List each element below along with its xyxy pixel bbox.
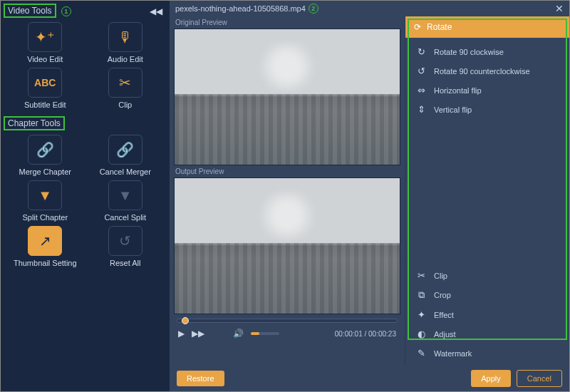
unsplit-icon: ▼ — [118, 187, 133, 204]
collapse-icon[interactable]: ◀◀ — [150, 6, 162, 16]
horizontal-flip[interactable]: ⇔Horizontal flip — [405, 81, 569, 100]
tool-audio-edit[interactable]: 🎙 Audio Edit — [93, 22, 159, 63]
tool-subtitle-edit[interactable]: ABC Subtitle Edit — [12, 68, 78, 109]
reset-icon: ↺ — [119, 232, 131, 249]
tool-label: Reset All — [93, 259, 159, 267]
adjust-icon: ◐ — [415, 329, 427, 339]
mic-icon: 🎙 — [118, 29, 133, 46]
split-icon: ▼ — [38, 187, 52, 204]
scissors-icon: ✂ — [415, 270, 427, 281]
option-label: Vertical flip — [434, 105, 472, 114]
rotate-90-cw[interactable]: ↻Rotate 90 clockwise — [405, 42, 569, 61]
rotate-header-label: Rotate — [427, 22, 452, 32]
play-button[interactable]: ▶ — [178, 329, 185, 339]
chapter-tools-header: Chapter Tools — [4, 116, 65, 130]
wand-icon: ✦⁺ — [35, 29, 55, 46]
annotation-badge-1: 1 — [61, 6, 71, 16]
original-preview — [174, 29, 400, 165]
tool-video-edit[interactable]: ✦⁺ Video Edit — [12, 22, 78, 63]
tool-row-label: Watermark — [434, 349, 472, 358]
time-display: 00:00:01 / 00:00:23 — [335, 330, 396, 338]
sidebar: Video Tools 1 ◀◀ ✦⁺ Video Edit 🎙 Audio E… — [1, 1, 170, 391]
unlink-icon: 🔗 — [116, 141, 134, 158]
volume-icon[interactable]: 🔊 — [233, 329, 244, 339]
effect-icon: ✦ — [415, 309, 427, 320]
original-preview-label: Original Preview — [174, 16, 400, 29]
title-bar: pexels-nothing-ahead-10505868.mp4 2 ✕ — [170, 1, 569, 16]
option-label: Rotate 90 counterclockwise — [434, 67, 530, 76]
tool-label: Video Edit — [12, 55, 78, 63]
option-label: Rotate 90 clockwise — [434, 48, 504, 56]
flip-v-icon: ⇕ — [415, 104, 427, 115]
panel-adjust[interactable]: ◐Adjust — [405, 324, 569, 344]
chapter-tools-grid: 🔗 Merge Chapter 🔗 Cancel Merger ▼ Split … — [4, 130, 167, 274]
panel-clip[interactable]: ✂Clip — [405, 266, 569, 285]
tool-row-label: Adjust — [434, 330, 456, 339]
rotate-cw-icon: ↻ — [415, 46, 427, 57]
tool-label: Merge Chapter — [12, 167, 78, 176]
tool-label: Clip — [93, 100, 159, 109]
tool-row-label: Crop — [434, 291, 451, 299]
preview-column: Original Preview Output Preview ▶ ▶▶ 🔊 0… — [170, 16, 405, 366]
thumbnail-icon: ↗ — [39, 232, 51, 249]
volume-slider[interactable] — [251, 332, 279, 335]
panel-watermark[interactable]: ✎Watermark — [405, 344, 569, 363]
right-panel: ⟳ Rotate ↻Rotate 90 clockwise ↺Rotate 90… — [405, 16, 569, 366]
tool-label: Subtitle Edit — [12, 100, 78, 109]
abc-icon: ABC — [34, 77, 56, 88]
output-preview — [174, 177, 400, 314]
cancel-button[interactable]: Cancel — [517, 370, 562, 387]
rotate-ccw-icon: ↺ — [415, 66, 427, 76]
tool-cancel-merger[interactable]: 🔗 Cancel Merger — [93, 135, 159, 176]
annotation-badge-2: 2 — [309, 4, 318, 14]
tool-reset-all[interactable]: ↺ Reset All — [93, 226, 159, 267]
tool-row-label: Effect — [434, 311, 454, 319]
footer: Restore Apply Cancel — [170, 366, 569, 391]
scissors-icon: ✂ — [119, 74, 131, 91]
main-panel: pexels-nothing-ahead-10505868.mp4 2 ✕ Or… — [170, 1, 569, 391]
step-button[interactable]: ▶▶ — [192, 329, 204, 339]
video-tools-grid: ✦⁺ Video Edit 🎙 Audio Edit ABC Subtitle … — [4, 18, 167, 116]
rotate-header[interactable]: ⟳ Rotate — [405, 16, 569, 38]
close-icon[interactable]: ✕ — [555, 3, 564, 14]
output-preview-label: Output Preview — [174, 165, 400, 177]
crop-icon: ⧉ — [415, 289, 427, 301]
tool-cancel-split[interactable]: ▼ Cancel Split — [93, 180, 159, 222]
restore-button[interactable]: Restore — [177, 371, 224, 386]
option-label: Horizontal flip — [434, 86, 482, 95]
tool-thumbnail-setting[interactable]: ↗ Thumbnail Setting — [12, 226, 78, 267]
tool-label: Split Chapter — [12, 213, 78, 222]
tool-label: Cancel Merger — [93, 167, 159, 176]
filename-text: pexels-nothing-ahead-10505868.mp4 — [175, 4, 306, 13]
rotate-icon: ⟳ — [414, 22, 421, 32]
tool-label: Audio Edit — [93, 55, 159, 63]
vertical-flip[interactable]: ⇕Vertical flip — [405, 100, 569, 119]
video-tools-header: Video Tools — [4, 4, 56, 18]
apply-button[interactable]: Apply — [471, 370, 511, 387]
tool-row-label: Clip — [434, 272, 447, 280]
link-icon: 🔗 — [36, 141, 54, 158]
panel-crop[interactable]: ⧉Crop — [405, 285, 569, 305]
tool-label: Cancel Split — [93, 213, 159, 222]
tool-label: Thumbnail Setting — [12, 259, 78, 267]
tool-merge-chapter[interactable]: 🔗 Merge Chapter — [12, 135, 78, 176]
watermark-icon: ✎ — [415, 348, 427, 359]
tool-clip[interactable]: ✂ Clip — [93, 68, 159, 109]
timeline-slider[interactable] — [177, 319, 398, 323]
panel-effect[interactable]: ✦Effect — [405, 305, 569, 324]
rotate-90-ccw[interactable]: ↺Rotate 90 counterclockwise — [405, 61, 569, 81]
tool-split-chapter[interactable]: ▼ Split Chapter — [12, 180, 78, 222]
flip-h-icon: ⇔ — [415, 85, 427, 96]
